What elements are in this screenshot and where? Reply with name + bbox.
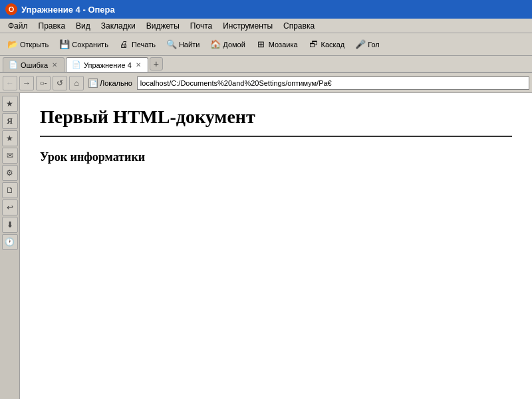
sidebar-yandex-button[interactable]: Я (2, 113, 18, 129)
menu-bookmarks[interactable]: Закладки (96, 20, 141, 32)
page-content: Первый HTML-документ Урок информатики (20, 93, 532, 399)
print-button[interactable]: 🖨 Печать (114, 37, 160, 53)
back-button[interactable]: ← (3, 76, 17, 90)
mosaic-icon: ⊞ (256, 39, 267, 50)
page-title: Первый HTML-документ (40, 106, 512, 128)
reload-button[interactable]: ↺ (53, 76, 67, 90)
page-divider (40, 136, 512, 137)
sidebar-mail-button[interactable]: ✉ (2, 148, 18, 164)
browser-logo: O (5, 3, 17, 15)
menu-view[interactable]: Вид (70, 20, 96, 32)
sidebar-bookmarks-button[interactable]: ★ (2, 96, 18, 112)
browser-content: ★ Я ★ ✉ ⚙ 🗋 ↩ ⬇ 🕐 Первый HTML-документ У… (0, 93, 532, 399)
menu-bar: Файл Правка Вид Закладки Виджеты Почта И… (0, 19, 532, 33)
window-title: Упражнение 4 - Опера (21, 5, 115, 15)
locality-icon: 📄 (88, 78, 98, 88)
print-icon: 🖨 (119, 39, 130, 50)
home-nav-button[interactable]: ⌂ (69, 76, 84, 90)
sidebar-favorites-button[interactable]: ★ (2, 130, 18, 146)
tab-error[interactable]: 📄 Ошибка ✕ (3, 57, 65, 72)
forward-button[interactable]: → (19, 76, 34, 90)
toolbar: 📂 Открыть 💾 Сохранить 🖨 Печать 🔍 Найти 🏠… (0, 33, 532, 56)
menu-widgets[interactable]: Виджеты (141, 20, 185, 32)
new-tab-button[interactable]: + (150, 57, 163, 70)
tab-error-close[interactable]: ✕ (51, 61, 59, 68)
tab-exercise[interactable]: 📄 Упражнение 4 ✕ (66, 57, 148, 72)
menu-tools[interactable]: Инструменты (217, 20, 278, 32)
cascade-button[interactable]: 🗗 Каскад (304, 37, 350, 53)
open-icon: 📂 (7, 39, 18, 50)
mosaic-button[interactable]: ⊞ Мозаика (251, 37, 303, 53)
tab-error-icon: 📄 (9, 61, 18, 70)
tabs-row: 📄 Ошибка ✕ 📄 Упражнение 4 ✕ + (0, 56, 532, 73)
title-bar: O Упражнение 4 - Опера (0, 0, 532, 19)
menu-help[interactable]: Справка (278, 20, 320, 32)
home-button[interactable]: 🏠 Домой (205, 37, 250, 53)
cascade-icon: 🗗 (309, 39, 319, 50)
page-subtitle: Урок информатики (40, 150, 512, 164)
save-icon: 💾 (59, 39, 70, 50)
menu-file[interactable]: Файл (3, 20, 33, 32)
key-button[interactable]: ○- (36, 76, 51, 90)
voice-button[interactable]: 🎤 Гол (350, 37, 384, 53)
address-bar: ← → ○- ↺ ⌂ 📄 Локально (0, 73, 532, 93)
tab-exercise-icon: 📄 (72, 61, 81, 70)
address-input[interactable] (137, 76, 529, 90)
save-button[interactable]: 💾 Сохранить (55, 37, 113, 53)
locality-label: 📄 Локально (86, 78, 135, 88)
menu-mail[interactable]: Почта (185, 20, 217, 32)
find-icon: 🔍 (166, 39, 177, 50)
find-button[interactable]: 🔍 Найти (162, 37, 204, 53)
menu-edit[interactable]: Правка (33, 20, 71, 32)
sidebar-back-button[interactable]: ↩ (2, 200, 18, 215)
sidebar-notes-button[interactable]: 🗋 (2, 182, 18, 198)
tab-exercise-close[interactable]: ✕ (134, 61, 142, 68)
sidebar-download-button[interactable]: ⬇ (2, 217, 18, 233)
home-icon: 🏠 (210, 39, 221, 50)
mic-icon: 🎤 (355, 39, 366, 50)
open-button[interactable]: 📂 Открыть (3, 37, 53, 53)
sidebar-settings-button[interactable]: ⚙ (2, 165, 18, 181)
sidebar-history-button[interactable]: 🕐 (2, 234, 18, 250)
left-sidebar: ★ Я ★ ✉ ⚙ 🗋 ↩ ⬇ 🕐 (0, 93, 20, 399)
